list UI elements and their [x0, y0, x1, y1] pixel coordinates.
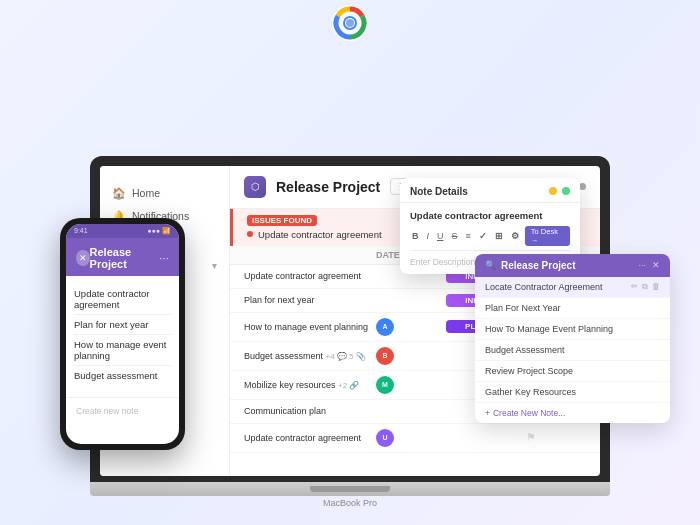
search-result-item[interactable]: Locate Contractor Agreement ✏ ⧉ 🗑	[475, 277, 670, 298]
phone-task-item[interactable]: Budget assessment	[74, 366, 171, 385]
search-result-item[interactable]: Review Project Scope	[475, 361, 670, 382]
copy-icon[interactable]: ⧉	[642, 282, 648, 292]
bold-btn[interactable]: B	[410, 230, 421, 242]
page-title: Release Project	[276, 179, 380, 195]
phone-mockup: 9:41 ●●● 📶 ✕ Release Project ··· Update …	[60, 218, 185, 450]
row-task-name: Update contractor agreement	[244, 271, 376, 281]
sidebar-item-home[interactable]: 🏠 Home	[100, 182, 229, 205]
phone-task-item[interactable]: Plan for next year	[74, 315, 171, 335]
note-popup-controls	[549, 187, 570, 195]
search-panel: 🔍 Release Project ··· ✕ Locate Contracto…	[475, 254, 670, 423]
result-actions: ✏ ⧉ 🗑	[631, 282, 660, 292]
row-task-name: Budget assessment +4 💬 5 📎	[244, 351, 376, 361]
phone-create-note[interactable]: Create new note	[66, 397, 179, 424]
plus-icon: +	[485, 408, 490, 418]
italic-btn[interactable]: I	[425, 230, 432, 242]
search-panel-header: 🔍 Release Project ··· ✕	[475, 254, 670, 277]
row-task-name: Plan for next year	[244, 295, 376, 305]
phone-project-title: Release Project	[90, 246, 159, 270]
result-text: Locate Contractor Agreement	[485, 282, 603, 292]
row-task-name: How to manage event planning	[244, 322, 376, 332]
phone-status-bar: 9:41 ●●● 📶	[66, 224, 179, 238]
result-text: Review Project Scope	[485, 366, 573, 376]
search-icon-header: 🔍	[485, 260, 496, 270]
desk-badge[interactable]: To Desk →	[525, 226, 570, 246]
row-task-name: Communication plan	[244, 406, 376, 416]
minimize-btn[interactable]	[549, 187, 557, 195]
laptop-notch	[310, 486, 390, 492]
create-note-label: Create new note	[76, 406, 138, 416]
chevron-icon: ▾	[212, 261, 217, 271]
row-task-name: Mobilize key resources +2 🔗	[244, 380, 376, 390]
search-result-item[interactable]: Budget Assessment	[475, 340, 670, 361]
check-btn[interactable]: ✓	[477, 230, 489, 242]
note-task-title: Update contractor agreement	[410, 210, 570, 221]
row-date: U	[376, 429, 446, 447]
phone-close-btn[interactable]: ✕	[76, 250, 90, 266]
strikethrough-btn[interactable]: S	[450, 230, 460, 242]
search-result-item[interactable]: Plan For Next Year	[475, 298, 670, 319]
phone-more-btn[interactable]: ···	[159, 251, 169, 265]
create-new-note-btn[interactable]: + Create New Note...	[475, 403, 670, 423]
phone-screen: 9:41 ●●● 📶 ✕ Release Project ··· Update …	[66, 224, 179, 444]
issue-task-label: Update contractor agreement	[258, 229, 382, 240]
row-date: M	[376, 376, 446, 394]
main-scene: 🏠 Home 🔔 Notifications 🎯 Goals Spa	[20, 18, 680, 508]
edit-icon[interactable]: ✏	[631, 282, 638, 292]
result-text: How To Manage Event Planning	[485, 324, 613, 334]
issue-dot	[247, 231, 253, 237]
note-popup-title: Note Details	[410, 186, 468, 197]
phone-header: ✕ Release Project ···	[66, 238, 179, 276]
result-text: Gather Key Resources	[485, 387, 576, 397]
macbook-label: MacBook Pro	[90, 498, 610, 508]
result-text: Plan For Next Year	[485, 303, 561, 313]
col-task	[244, 250, 376, 260]
note-popup-header: Note Details	[400, 178, 580, 203]
table-row[interactable]: Update contractor agreement U ⚑	[230, 424, 600, 453]
phone-task-item[interactable]: Update contractor agreement	[74, 284, 171, 315]
list-btn[interactable]: ≡	[464, 230, 473, 242]
search-panel-controls: ··· ✕	[638, 260, 660, 270]
phone-signal: ●●● 📶	[147, 227, 171, 235]
phone-task-item[interactable]: How to manage event planning	[74, 335, 171, 366]
sidebar-home-label: Home	[132, 187, 160, 199]
row-task-name: Update contractor agreement	[244, 433, 376, 443]
table-row[interactable]: Company website 📅 EXECUTION ⚑	[230, 453, 600, 456]
issues-badge: ISSUES FOUND	[247, 215, 317, 226]
note-toolbar: B I U S ≡ ✓ ⊞ ⚙ To Desk →	[410, 226, 570, 251]
settings-btn[interactable]: ⚙	[509, 230, 521, 242]
maximize-btn[interactable]	[562, 187, 570, 195]
row-date: A	[376, 318, 446, 336]
delete-icon[interactable]: 🗑	[652, 282, 660, 292]
create-note-label: Create New Note...	[493, 408, 565, 418]
svg-point-4	[346, 19, 354, 27]
home-icon: 🏠	[112, 187, 126, 200]
grid-btn[interactable]: ⊞	[493, 230, 505, 242]
project-icon: ⬡	[244, 176, 266, 198]
search-result-item[interactable]: Gather Key Resources	[475, 382, 670, 403]
row-date: B	[376, 347, 446, 365]
search-close-btn[interactable]: ✕	[652, 260, 660, 270]
search-result-item[interactable]: How To Manage Event Planning	[475, 319, 670, 340]
phone-time: 9:41	[74, 227, 88, 234]
search-panel-title: Release Project	[501, 260, 576, 271]
priority-flag: ⚑	[526, 431, 586, 444]
result-text: Budget Assessment	[485, 345, 565, 355]
dot3	[579, 183, 586, 190]
chrome-icon	[332, 5, 368, 45]
laptop-base	[90, 482, 610, 496]
underline-btn[interactable]: U	[435, 230, 446, 242]
phone-task-list: Update contractor agreement Plan for nex…	[66, 276, 179, 393]
search-more-btn[interactable]: ···	[638, 260, 646, 270]
